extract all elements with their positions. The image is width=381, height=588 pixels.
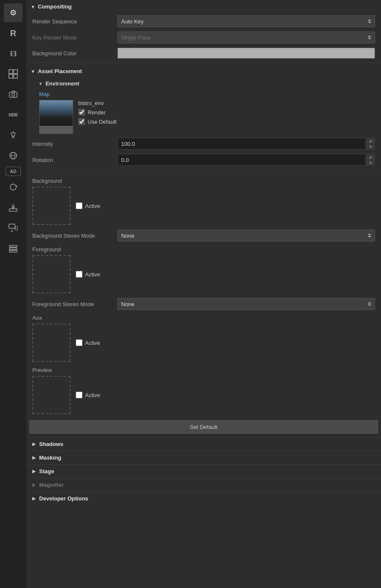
render-sequence-dropdown[interactable]: Auto Key xyxy=(117,15,375,27)
aux-layer-row: Active xyxy=(32,324,375,362)
developer-options-section[interactable]: ▶ Developer Options xyxy=(26,491,381,505)
shadows-title: Shadows xyxy=(39,441,63,447)
hdr-icon[interactable]: HDR xyxy=(4,105,23,124)
background-color-swatch[interactable] xyxy=(117,48,375,59)
bg-stereo-label: Background Stereo Mode xyxy=(32,233,117,239)
aux-active-label: Active xyxy=(85,340,100,346)
ao-icon[interactable]: AO xyxy=(6,167,21,176)
fg-stereo-dropdown[interactable]: None xyxy=(117,298,375,310)
masking-arrow: ▶ xyxy=(32,455,36,460)
background-image-placeholder[interactable] xyxy=(32,187,71,225)
render-icon[interactable]: R xyxy=(4,24,23,43)
map-label[interactable]: Map xyxy=(39,91,375,97)
map-section: Map bistro_env Render Use Default xyxy=(26,89,381,136)
svg-line-10 xyxy=(15,133,16,134)
fx-icon[interactable]: 🎞 xyxy=(4,44,23,63)
background-active-label: Active xyxy=(85,203,100,209)
svg-rect-3 xyxy=(14,74,17,78)
developer-options-title: Developer Options xyxy=(39,495,88,502)
foreground-active-checkbox[interactable] xyxy=(76,271,82,278)
environment-header[interactable]: ▼ Environment xyxy=(26,78,381,89)
intensity-down-button[interactable] xyxy=(366,144,375,150)
preview-active-checkbox[interactable] xyxy=(76,392,82,398)
key-render-mode-row: Key Render Mode Single Pass xyxy=(26,29,381,45)
aux-image-placeholder[interactable] xyxy=(32,324,71,362)
bg-stereo-spinner[interactable] xyxy=(368,233,371,238)
bg-stereo-value: None xyxy=(117,230,375,241)
stack-icon[interactable] xyxy=(4,239,23,258)
aux-active-checkbox[interactable] xyxy=(76,339,82,346)
masking-section[interactable]: ▶ Masking xyxy=(26,451,381,464)
magnifier-section[interactable]: ▶ Magnifier xyxy=(26,478,381,491)
intensity-value xyxy=(117,138,375,150)
intensity-spinners xyxy=(366,138,375,150)
shadows-section[interactable]: ▶ Shadows xyxy=(26,437,381,451)
set-default-button[interactable]: Set Default xyxy=(29,420,378,434)
aux-layer-section: Aux Active xyxy=(26,312,381,364)
use-default-label: Use Default xyxy=(88,119,117,125)
fg-stereo-spinner[interactable] xyxy=(368,302,371,306)
render-checkbox-row: Render xyxy=(78,109,117,116)
key-render-mode-dropdown[interactable]: Single Pass xyxy=(117,31,375,43)
preview-image-placeholder[interactable] xyxy=(32,376,71,414)
rotation-row: Rotation xyxy=(26,152,381,168)
render-sequence-spinner[interactable] xyxy=(368,19,371,23)
light-icon[interactable] xyxy=(4,126,23,145)
monitor-icon[interactable] xyxy=(4,219,23,237)
export-icon[interactable] xyxy=(4,198,23,217)
stage-section[interactable]: ▶ Stage xyxy=(26,464,381,478)
compositing-header[interactable]: ▼ Compositing xyxy=(26,0,381,13)
background-layer-title: Background xyxy=(32,178,375,184)
settings-icon[interactable]: ⚙ xyxy=(4,3,23,22)
fg-stereo-label: Foreground Stereo Mode xyxy=(32,301,117,307)
stage-title: Stage xyxy=(39,468,54,474)
preview-layer-section: Preview Active xyxy=(26,364,381,417)
intensity-label: Intensity xyxy=(32,141,117,147)
foreground-active-row: Active xyxy=(76,271,100,278)
svg-rect-17 xyxy=(9,224,15,228)
render-checkbox[interactable] xyxy=(78,109,85,116)
key-render-mode-spinner[interactable] xyxy=(368,35,371,40)
svg-rect-15 xyxy=(9,209,17,211)
svg-rect-22 xyxy=(9,248,17,250)
fg-stereo-row: Foreground Stereo Mode None xyxy=(26,296,381,312)
preview-active-label: Active xyxy=(85,392,100,398)
svg-point-5 xyxy=(12,94,15,97)
svg-rect-7 xyxy=(12,136,14,138)
cycle-icon[interactable] xyxy=(4,178,23,196)
background-color-row: Background Color xyxy=(26,45,381,61)
foreground-layer-row: Active xyxy=(32,255,375,293)
key-render-mode-value: Single Pass xyxy=(117,31,375,43)
sidebar: ⚙ R 🎞 HDR AO xyxy=(0,0,26,588)
key-render-mode-label: Key Render Mode xyxy=(32,34,117,41)
bg-stereo-dropdown[interactable]: None xyxy=(117,230,375,241)
svg-rect-2 xyxy=(9,74,13,78)
foreground-image-placeholder[interactable] xyxy=(32,255,71,293)
bg-stereo-selected: None xyxy=(121,233,134,239)
map-info: bistro_env Render Use Default xyxy=(78,100,117,125)
intensity-up-button[interactable] xyxy=(366,138,375,144)
use-default-checkbox[interactable] xyxy=(78,118,85,125)
intensity-input[interactable] xyxy=(117,138,375,150)
background-color-label: Background Color xyxy=(32,50,117,57)
globe-icon[interactable] xyxy=(4,146,23,165)
svg-line-9 xyxy=(11,133,11,134)
stage-arrow: ▶ xyxy=(32,469,36,474)
preview-layer-row: Active xyxy=(32,376,375,414)
camera-icon[interactable] xyxy=(4,85,23,104)
svg-point-6 xyxy=(11,133,15,136)
layout-icon[interactable] xyxy=(4,65,23,83)
background-active-checkbox[interactable] xyxy=(76,202,82,209)
map-thumbnail xyxy=(39,100,73,134)
fg-stereo-value: None xyxy=(117,298,375,310)
masking-title: Masking xyxy=(39,454,61,461)
foreground-active-label: Active xyxy=(85,271,100,278)
use-default-checkbox-row: Use Default xyxy=(78,118,117,125)
developer-options-arrow: ▶ xyxy=(32,496,36,501)
rotation-input[interactable] xyxy=(117,154,375,166)
asset-placement-header[interactable]: ▼ Asset Placement xyxy=(26,65,381,78)
rotation-up-button[interactable] xyxy=(366,154,375,160)
key-render-mode-selected: Single Pass xyxy=(121,34,151,41)
render-sequence-selected: Auto Key xyxy=(121,18,144,25)
rotation-down-button[interactable] xyxy=(366,160,375,166)
